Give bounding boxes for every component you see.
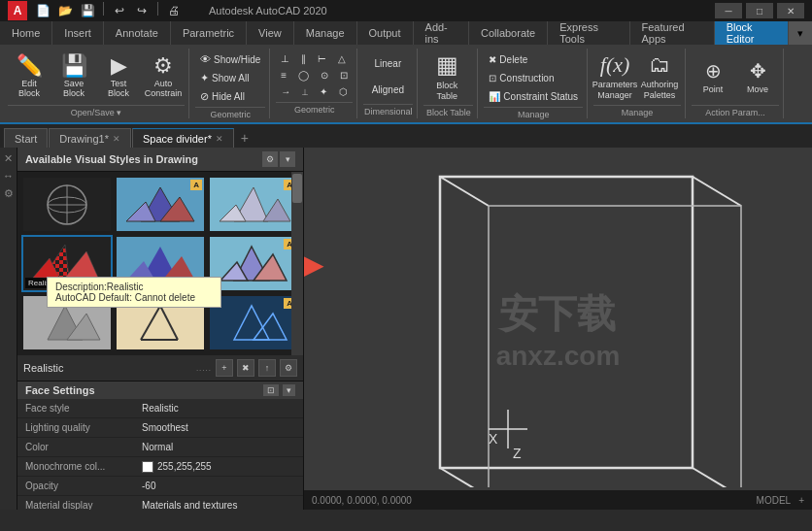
- constraint-status-button[interactable]: 📊 Constraint Status: [484, 87, 583, 105]
- block-table-button[interactable]: ▦ BlockTable: [423, 50, 470, 103]
- group-dimensional: Linear Aligned Dimensional: [359, 49, 418, 118]
- tab-drawing1-close[interactable]: ✕: [113, 134, 120, 144]
- tab-parametric[interactable]: Parametric: [171, 21, 247, 45]
- ribbon-toggle[interactable]: ▾: [789, 21, 812, 45]
- delete-button[interactable]: ✖ Delete: [484, 50, 583, 68]
- side-icon-tools[interactable]: ⚙: [2, 186, 16, 200]
- tab-space-divider[interactable]: Space divider* ✕: [132, 128, 234, 148]
- qa-redo[interactable]: ↪: [132, 2, 152, 19]
- qa-undo[interactable]: ↩: [110, 2, 129, 19]
- prop-opacity-value[interactable]: -60: [142, 481, 295, 491]
- minimize-button[interactable]: ─: [715, 3, 742, 18]
- geom-triangle[interactable]: △: [333, 50, 351, 67]
- geom-parallel[interactable]: ∥: [296, 50, 311, 67]
- geom-row1: ⊥ ∥ ⊢ △: [276, 50, 353, 66]
- aligned-button[interactable]: Aligned: [363, 77, 412, 102]
- qa-open[interactable]: 📂: [55, 2, 75, 19]
- open-save-label: Open/Save ▾: [8, 105, 185, 119]
- show-hide-button[interactable]: 👁 Show/Hide: [195, 50, 265, 68]
- vs-ctrl-new[interactable]: +: [216, 359, 233, 377]
- construction-button[interactable]: ⊡ Construction: [484, 69, 583, 86]
- vs-tooltip: Description:Realistic AutoCAD Default: C…: [47, 277, 221, 308]
- tab-collaborate[interactable]: Collaborate: [469, 21, 548, 45]
- hide-all-button[interactable]: ⊘ Hide All: [195, 87, 265, 105]
- status-model-btn[interactable]: MODEL: [757, 495, 792, 506]
- tab-home[interactable]: Home: [0, 21, 52, 45]
- tab-block-editor[interactable]: Block Editor: [715, 21, 789, 45]
- qa-save[interactable]: 💾: [78, 2, 97, 19]
- title-bar-left: A 📄 📂 💾 ↩ ↪ 🖨 Autodesk AutoCAD 2020: [8, 1, 327, 20]
- move-button[interactable]: ✥ Move: [736, 50, 779, 103]
- edit-block-button[interactable]: ✏️ EditBlock: [8, 50, 51, 103]
- status-layout-btn[interactable]: +: [798, 495, 804, 506]
- tab-space-divider-close[interactable]: ✕: [216, 134, 223, 144]
- main-area: ✕ ↔ ⚙ Available Visual Styles in Drawing…: [0, 148, 812, 510]
- vs-shaded-edges[interactable]: A: [208, 235, 299, 292]
- show-all-button[interactable]: ✦ Show All: [195, 69, 265, 86]
- svg-marker-15: [65, 251, 98, 278]
- face-settings-header[interactable]: Face Settings ⊡ ▾: [17, 382, 303, 399]
- face-settings-btn1[interactable]: ⊡: [263, 384, 279, 396]
- prop-opacity: Opacity -60: [17, 477, 303, 496]
- vs-ctrl-export[interactable]: ↑: [258, 359, 276, 377]
- auto-constrain-button[interactable]: ⚙ AutoConstrain: [142, 50, 185, 103]
- vs-2d-wireframe[interactable]: [21, 176, 113, 233]
- geom-concentric[interactable]: ⊙: [316, 66, 333, 83]
- tab-featured[interactable]: Featured Apps: [630, 21, 715, 45]
- prop-monochrome-value[interactable]: 255,255,255: [142, 461, 295, 473]
- test-block-label: TestBlock: [108, 79, 129, 98]
- maximize-button[interactable]: □: [746, 3, 773, 18]
- scrollbar-thumb[interactable]: [292, 174, 302, 203]
- geom-fix[interactable]: →: [276, 83, 295, 100]
- prop-face-style-value[interactable]: Realistic: [142, 403, 295, 414]
- add-tab-button[interactable]: +: [235, 128, 254, 148]
- point-button[interactable]: ⊕ Point: [692, 50, 734, 103]
- tab-view[interactable]: View: [247, 21, 294, 45]
- geom-perpendicular[interactable]: ⊥: [276, 50, 294, 67]
- linear-button[interactable]: Linear: [363, 50, 412, 76]
- panel-dropdown-button[interactable]: ▾: [280, 151, 295, 167]
- geom-col4[interactable]: ⬡: [334, 83, 353, 100]
- tab-start[interactable]: Start: [4, 128, 48, 148]
- qa-sep: [103, 2, 104, 16]
- geom-sym[interactable]: ⊡: [335, 66, 353, 83]
- title-bar: A 📄 📂 💾 ↩ ↪ 🖨 Autodesk AutoCAD 2020 ─ □ …: [0, 0, 812, 21]
- tab-addins[interactable]: Add-ins: [414, 21, 469, 45]
- tab-insert[interactable]: Insert: [52, 21, 104, 45]
- geom-mid[interactable]: ✦: [315, 83, 332, 100]
- construction-icon: ⊡: [489, 73, 496, 83]
- geom-smooth[interactable]: ⟂: [297, 83, 313, 100]
- face-settings-btn2[interactable]: ▾: [283, 384, 295, 396]
- svg-marker-8: [263, 199, 290, 221]
- vs-wireframe[interactable]: A: [208, 294, 299, 351]
- authoring-palettes-button[interactable]: 🗂 AuthoringPalettes: [638, 50, 681, 103]
- prop-color-value[interactable]: Normal: [142, 442, 295, 452]
- prop-material-value[interactable]: Materials and textures: [142, 500, 295, 510]
- vs-ctrl-del[interactable]: ✖: [237, 359, 254, 377]
- tab-express[interactable]: Express Tools: [548, 21, 629, 45]
- panel-settings-button[interactable]: ⚙: [262, 151, 278, 167]
- close-button[interactable]: ✕: [777, 3, 804, 18]
- vs-conceptual[interactable]: A: [115, 176, 206, 233]
- vs-ctrl-settings[interactable]: ⚙: [280, 359, 297, 377]
- geom-tangent[interactable]: ⊢: [313, 50, 331, 67]
- tab-manage[interactable]: Manage: [294, 21, 357, 45]
- vs-scrollbar[interactable]: [291, 172, 303, 355]
- save-block-button[interactable]: 💾 SaveBlock: [52, 50, 95, 103]
- geom-circle[interactable]: ◯: [293, 66, 314, 83]
- prop-lighting-quality-value[interactable]: Smoothest: [142, 422, 295, 433]
- tab-drawing1[interactable]: Drawing1* ✕: [49, 128, 131, 148]
- group-block-table: ▦ BlockTable Block Table: [420, 49, 478, 118]
- geom-equal[interactable]: ≡: [276, 66, 291, 83]
- authoring-palettes-label: AuthoringPalettes: [641, 80, 679, 101]
- vs-hidden[interactable]: A: [208, 176, 299, 233]
- side-icon-x[interactable]: ✕: [2, 151, 16, 165]
- parameters-manager-button[interactable]: f(x) ParametersManager: [593, 50, 636, 103]
- dimensional-content: Linear Aligned: [363, 49, 413, 104]
- qa-new[interactable]: 📄: [33, 2, 52, 19]
- test-block-button[interactable]: ▶ TestBlock: [97, 50, 140, 103]
- tab-output[interactable]: Output: [357, 21, 414, 45]
- tab-annotate[interactable]: Annotate: [104, 21, 171, 45]
- side-icon-cursor[interactable]: ↔: [2, 169, 16, 183]
- qa-print[interactable]: 🖨: [164, 2, 184, 19]
